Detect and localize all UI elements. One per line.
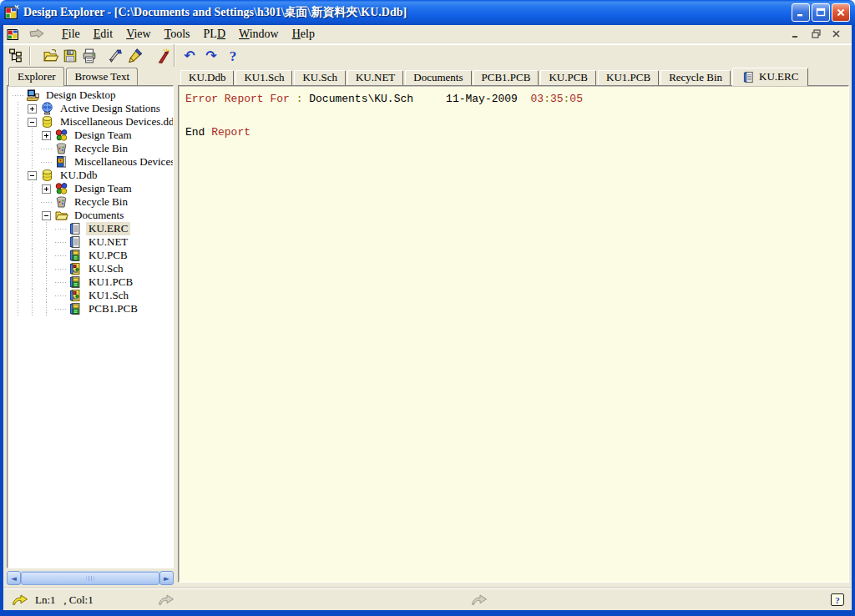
collapse-toggle[interactable]	[28, 118, 37, 127]
print-icon	[82, 48, 97, 63]
doc-tab-pcb1-pcb[interactable]: PCB1.PCB	[473, 70, 539, 85]
toolbar-edit-group: ↶↷?	[175, 44, 852, 67]
scroll-right-button[interactable]: ►	[159, 571, 174, 585]
tree-item-ku-ddb[interactable]: KU.Ddb	[11, 169, 173, 182]
menu-file[interactable]: File	[55, 27, 87, 42]
expander-cell[interactable]	[39, 182, 53, 195]
cut-tool-button[interactable]	[106, 46, 125, 66]
tree-item-design-team[interactable]: Design Team	[11, 129, 173, 142]
tree-guide-line	[25, 209, 39, 222]
toggle-explorer-panel-button[interactable]	[7, 46, 26, 66]
explorer-panel-tabs: ExplorerBrowse Text	[7, 68, 174, 85]
expander-cell[interactable]	[39, 209, 53, 222]
doc-pcb-icon	[68, 275, 83, 289]
help-icon: ?	[230, 49, 237, 63]
tree-guide-line	[11, 235, 25, 249]
tree-item-design-desktop[interactable]: Design Desktop	[11, 88, 173, 102]
expander-cell[interactable]	[25, 115, 39, 129]
menu-view[interactable]: View	[119, 27, 158, 42]
wizard-tool-button[interactable]	[152, 46, 171, 66]
help-button[interactable]: ?	[222, 46, 244, 66]
explorer-panel: ExplorerBrowse Text Design DesktopActive…	[5, 67, 175, 588]
tree-item-recycle-bin[interactable]: Recycle Bin	[11, 195, 173, 209]
menu-pld[interactable]: PLD	[197, 27, 232, 42]
save-document-button[interactable]	[61, 46, 80, 66]
tree-item-documents[interactable]: Documents	[11, 209, 173, 222]
forward-disabled-icon	[471, 593, 488, 606]
maximize-button[interactable]	[812, 3, 830, 22]
expander-cell	[11, 88, 25, 102]
menu-window[interactable]: Window	[232, 27, 286, 42]
scroll-left-button[interactable]: ◄	[7, 571, 21, 585]
tree-item-active-design-stations[interactable]: Active Design Stations	[11, 102, 173, 115]
tree-item-recycle-bin[interactable]: Recycle Bin	[11, 142, 173, 155]
mdi-restore-button[interactable]	[807, 27, 825, 41]
panel-tab-explorer[interactable]: Explorer	[8, 67, 64, 86]
expand-toggle[interactable]	[28, 104, 37, 114]
tree-item-label: Miscellaneous Devices.lib	[72, 155, 174, 169]
doc-tab-recycle-bin[interactable]: Recycle Bin	[660, 70, 731, 85]
menu-edit[interactable]: Edit	[87, 27, 119, 42]
doc-pcb-icon	[68, 249, 83, 262]
edit-tool-button[interactable]	[125, 46, 144, 66]
doc-text-icon	[68, 222, 83, 235]
expander-cell	[53, 235, 68, 249]
context-help-button[interactable]: ?	[831, 593, 844, 606]
scrollbar-thumb[interactable]	[21, 572, 159, 585]
tree-item-ku-net[interactable]: KU.NET	[11, 235, 173, 249]
print-button[interactable]	[80, 46, 99, 66]
document-system-menu-icon[interactable]	[7, 28, 20, 41]
tree-item-ku1-sch[interactable]: KU1.Sch	[11, 289, 173, 302]
titlebar[interactable]: Design Explorer - [C:\Documents and Sett…	[0, 0, 855, 25]
tree-guide-line	[25, 222, 39, 235]
collapse-toggle[interactable]	[28, 171, 37, 180]
error-report-document[interactable]: Error Report For : Documents\KU.Sch 11-M…	[178, 85, 849, 583]
tree-item-label: KU1.Sch	[86, 289, 131, 302]
expander-cell	[39, 195, 53, 209]
tree-item-miscellaneous-devices-lib[interactable]: Miscellaneous Devices.lib	[11, 155, 173, 169]
tree-item-miscellaneous-devices-ddb[interactable]: Miscellaneous Devices.ddb	[11, 115, 173, 129]
menu-tools[interactable]: Tools	[158, 27, 197, 42]
tree-item-ku1-pcb[interactable]: KU1.PCB	[11, 275, 173, 289]
open-document-button[interactable]	[42, 46, 61, 66]
mdi-minimize-button[interactable]	[787, 27, 805, 41]
window-frame: FileEditViewToolsPLDWindowHelp ↶↷	[0, 25, 855, 616]
doc-tab-ku-pcb[interactable]: KU.PCB	[540, 70, 596, 85]
tree-item-ku-erc[interactable]: KU.ERC	[11, 222, 173, 235]
doc-tab-ku-erc[interactable]: KU.ERC	[732, 68, 808, 86]
undo-icon: ↶	[184, 49, 195, 63]
tree-item-design-team[interactable]: Design Team	[11, 182, 173, 195]
doc-tab-ku-sch[interactable]: KU.Sch	[294, 70, 346, 85]
expand-toggle[interactable]	[42, 184, 51, 194]
database-icon	[40, 115, 54, 129]
expander-cell[interactable]	[25, 102, 39, 115]
tree-item-ku-sch[interactable]: KU.Sch	[11, 262, 173, 275]
client-menu-arrow-icon[interactable]	[28, 28, 47, 40]
doc-tab-ku1-pcb[interactable]: KU1.PCB	[598, 70, 659, 85]
doc-tab-documents[interactable]: Documents	[405, 70, 471, 85]
doc-tab-ku-net[interactable]: KU.NET	[347, 70, 403, 85]
tree-guide-line	[25, 195, 39, 209]
doc-tab-ku-ddb[interactable]: KU.Ddb	[180, 70, 234, 85]
tree-horizontal-scrollbar[interactable]: ◄ ►	[7, 571, 174, 585]
open-icon	[43, 48, 58, 63]
tree-item-pcb1-pcb[interactable]: PCB1.PCB	[11, 302, 173, 316]
tree-item-ku-pcb[interactable]: KU.PCB	[11, 249, 173, 262]
expander-cell[interactable]	[39, 129, 53, 142]
report-segment: Documents\KU.Sch	[309, 93, 413, 105]
expand-toggle[interactable]	[42, 131, 51, 140]
menu-help[interactable]: Help	[286, 27, 321, 42]
mdi-close-button[interactable]	[827, 27, 845, 41]
doc-sch-icon	[68, 289, 83, 302]
minimize-button[interactable]	[792, 3, 810, 22]
undo-button[interactable]: ↶	[179, 46, 200, 66]
tree-guide-line	[11, 102, 25, 115]
expander-cell[interactable]	[25, 169, 39, 182]
collapse-toggle[interactable]	[42, 211, 51, 220]
panel-tab-browse-text[interactable]: Browse Text	[66, 68, 138, 85]
project-tree[interactable]: Design DesktopActive Design StationsMisc…	[7, 85, 174, 568]
doc-tab-ku1-sch[interactable]: KU1.Sch	[235, 70, 292, 85]
close-button[interactable]	[832, 3, 850, 22]
scrollbar-track[interactable]	[21, 571, 159, 585]
redo-button[interactable]: ↷	[200, 46, 222, 66]
